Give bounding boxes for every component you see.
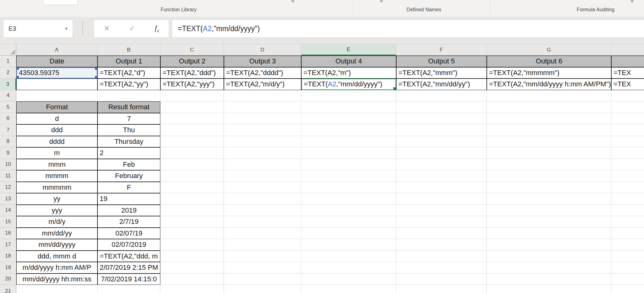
enter-icon[interactable]: ✓: [129, 24, 135, 33]
cell-D5[interactable]: [224, 101, 301, 113]
cell-H8[interactable]: [611, 136, 644, 148]
cell-G5[interactable]: [487, 101, 611, 113]
cell-F5[interactable]: [396, 101, 487, 113]
cell-G20[interactable]: [487, 274, 611, 285]
cell-A18[interactable]: ddd, mmm d: [16, 251, 97, 262]
cell-A15[interactable]: m/d/y: [16, 216, 97, 228]
select-all-button[interactable]: [0, 44, 16, 56]
cell-C15[interactable]: [160, 216, 224, 228]
row-header-11[interactable]: 11: [0, 170, 16, 182]
cell-H6[interactable]: [611, 113, 644, 125]
cell-H11[interactable]: [611, 170, 644, 182]
cell-C14[interactable]: [160, 205, 224, 216]
cell-B9[interactable]: 2: [97, 147, 160, 159]
cell-B15[interactable]: 2/7/19: [97, 216, 160, 228]
cell-C20[interactable]: [160, 274, 224, 285]
row-header-9[interactable]: 9: [0, 147, 16, 159]
cell-B10[interactable]: Feb: [97, 159, 160, 171]
cell-B7[interactable]: Thu: [97, 124, 160, 136]
cell-C3[interactable]: =TEXT(A2,"yyy"): [160, 79, 224, 90]
cell-A21[interactable]: [16, 285, 97, 293]
cell-B6[interactable]: 7: [97, 113, 160, 125]
cell-D17[interactable]: [224, 239, 301, 251]
cell-H13[interactable]: [611, 193, 644, 205]
cell-E17[interactable]: [301, 239, 396, 251]
cell-B3[interactable]: =TEXT(A2,"yy"): [97, 79, 160, 90]
cell-A6[interactable]: d: [16, 113, 97, 125]
cell-H18[interactable]: [611, 251, 644, 262]
column-header-A[interactable]: A: [16, 44, 97, 56]
cell-G17[interactable]: [487, 239, 611, 251]
cell-D9[interactable]: [224, 147, 301, 159]
formula-input[interactable]: =TEXT(A2,"mm/dd/yyyy"): [172, 19, 644, 38]
reference-range-handle[interactable]: [16, 67, 19, 70]
row-header-10[interactable]: 10: [0, 159, 16, 171]
cell-F14[interactable]: [396, 205, 487, 216]
row-header-15[interactable]: 15: [0, 216, 16, 228]
cell-D11[interactable]: [224, 170, 301, 182]
cell-F9[interactable]: [396, 147, 487, 159]
name-box-value[interactable]: E3: [3, 25, 64, 32]
row-header-17[interactable]: 17: [0, 239, 16, 251]
cell-H20[interactable]: [611, 274, 644, 285]
cell-E19[interactable]: [301, 262, 396, 274]
cell-G11[interactable]: [487, 170, 611, 182]
cell-C19[interactable]: [160, 262, 224, 274]
cell-E11[interactable]: [301, 170, 396, 182]
cell-H1[interactable]: [611, 56, 644, 67]
cell-A13[interactable]: yy: [16, 193, 97, 205]
column-header-H[interactable]: [611, 44, 644, 56]
cell-C1[interactable]: Output 2: [160, 56, 224, 67]
column-header-D[interactable]: D: [224, 44, 301, 56]
cell-H9[interactable]: [611, 147, 644, 159]
cell-A10[interactable]: mmm: [16, 159, 97, 171]
row-header-6[interactable]: 6: [0, 113, 16, 125]
row-header-13[interactable]: 13: [0, 193, 16, 205]
row-header-20[interactable]: 20: [0, 274, 16, 285]
cell-H16[interactable]: [611, 228, 644, 239]
row-header-3[interactable]: 3: [0, 79, 16, 90]
cell-F13[interactable]: [396, 193, 487, 205]
cell-H10[interactable]: [611, 159, 644, 171]
cell-B4[interactable]: [97, 90, 160, 102]
row-header-14[interactable]: 14: [0, 205, 16, 216]
cell-G1[interactable]: Output 6: [487, 56, 611, 67]
cell-E13[interactable]: [301, 193, 396, 205]
cell-B14[interactable]: 2019: [97, 205, 160, 216]
cell-B20[interactable]: 7/02/2019 14:15:0: [97, 274, 160, 285]
cell-C2[interactable]: =TEXT(A2,"ddd"): [160, 67, 224, 79]
reference-range-handle[interactable]: [95, 67, 97, 70]
cell-A2[interactable]: 43503.59375: [16, 67, 97, 79]
cell-B8[interactable]: Thursday: [97, 136, 160, 148]
cell-F4[interactable]: [396, 90, 487, 102]
column-header-C[interactable]: C: [160, 44, 224, 56]
cell-C7[interactable]: [160, 124, 224, 136]
cell-B21[interactable]: [97, 285, 160, 293]
cell-A5[interactable]: Format: [16, 101, 97, 113]
cell-D18[interactable]: [224, 251, 301, 262]
cell-A17[interactable]: mm/dd/yyyy: [16, 239, 97, 251]
cell-F15[interactable]: [396, 216, 487, 228]
cell-B11[interactable]: February: [97, 170, 160, 182]
row-header-2[interactable]: 2: [0, 67, 16, 79]
cell-F16[interactable]: [396, 228, 487, 239]
cell-B13[interactable]: 19: [97, 193, 160, 205]
cell-D10[interactable]: [224, 159, 301, 171]
cell-C13[interactable]: [160, 193, 224, 205]
cell-A14[interactable]: yyy: [16, 205, 97, 216]
cell-H12[interactable]: [611, 182, 644, 193]
cell-D7[interactable]: [224, 124, 301, 136]
cell-E14[interactable]: [301, 205, 396, 216]
cell-E1[interactable]: Output 4: [301, 56, 396, 67]
cell-A3[interactable]: [16, 79, 97, 90]
cell-A1[interactable]: Date: [16, 56, 97, 67]
cell-B12[interactable]: F: [97, 182, 160, 193]
cell-D3[interactable]: =TEXT(A2,"m/d/y"): [224, 79, 301, 90]
cell-D21[interactable]: [224, 285, 301, 293]
cell-E6[interactable]: [301, 113, 396, 125]
cell-F11[interactable]: [396, 170, 487, 182]
cell-H7[interactable]: [611, 124, 644, 136]
cell-H17[interactable]: [611, 239, 644, 251]
cell-A11[interactable]: mmmm: [16, 170, 97, 182]
cell-F10[interactable]: [396, 159, 487, 171]
